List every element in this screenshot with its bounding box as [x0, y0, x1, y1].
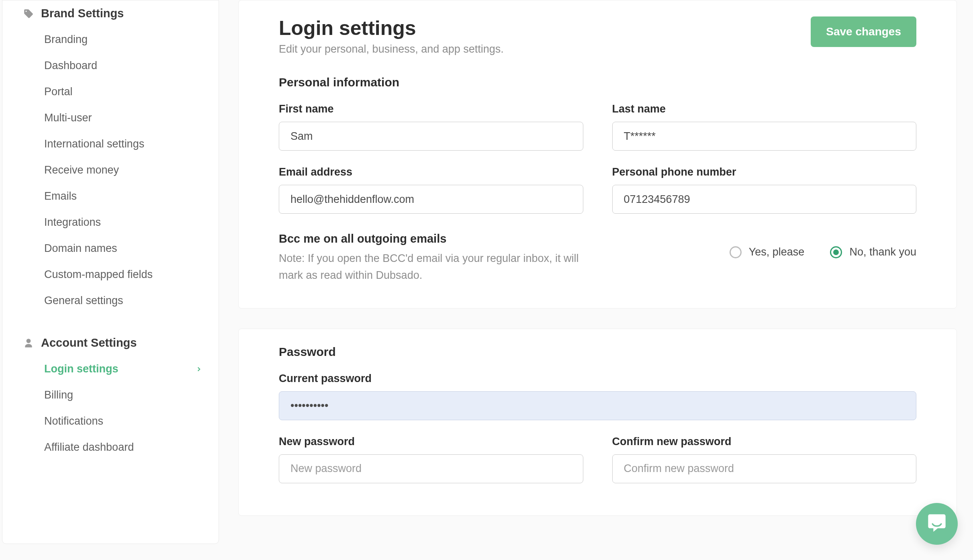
current-password-input[interactable] — [279, 391, 916, 420]
current-password-field: Current password — [279, 372, 916, 420]
bcc-note: Note: If you open the BCC'd email via yo… — [279, 250, 592, 284]
sidebar-header-brand-label: Brand Settings — [41, 7, 124, 20]
sidebar-item-receive-money[interactable]: Receive money — [2, 157, 219, 183]
sidebar-item-login-settings[interactable]: Login settings — [2, 356, 219, 382]
chat-icon — [926, 513, 947, 535]
sidebar-item-custom-fields[interactable]: Custom-mapped fields — [2, 262, 219, 288]
last-name-field: Last name — [612, 103, 917, 151]
sidebar-item-billing[interactable]: Billing — [2, 382, 219, 408]
sidebar-item-general[interactable]: General settings — [2, 288, 219, 314]
phone-label: Personal phone number — [612, 166, 917, 178]
save-button[interactable]: Save changes — [811, 16, 916, 47]
sidebar-item-branding[interactable]: Branding — [2, 27, 219, 53]
current-password-label: Current password — [279, 372, 916, 385]
new-password-label: New password — [279, 435, 583, 448]
email-field: Email address — [279, 166, 583, 214]
sidebar-item-portal[interactable]: Portal — [2, 79, 219, 105]
personal-info-card: Login settings Edit your personal, busin… — [238, 0, 957, 309]
radio-icon — [730, 246, 742, 258]
chat-widget-button[interactable] — [916, 503, 958, 545]
sidebar-header-account-label: Account Settings — [41, 336, 137, 349]
chevron-right-icon — [195, 366, 202, 373]
first-name-input[interactable] — [279, 122, 583, 151]
bcc-title: Bcc me on all outgoing emails — [279, 232, 592, 245]
phone-input[interactable] — [612, 185, 917, 214]
last-name-label: Last name — [612, 103, 917, 115]
bcc-radio-yes[interactable]: Yes, please — [730, 246, 805, 258]
confirm-password-label: Confirm new password — [612, 435, 917, 448]
sidebar-item-domain-names[interactable]: Domain names — [2, 235, 219, 262]
bcc-radio-no[interactable]: No, thank you — [830, 246, 916, 258]
main-content: Login settings Edit your personal, busin… — [219, 0, 973, 560]
sidebar-header-brand: Brand Settings — [2, 0, 219, 27]
sidebar-item-affiliate[interactable]: Affiliate dashboard — [2, 434, 219, 460]
settings-sidebar: Brand Settings Branding Dashboard Portal… — [2, 0, 219, 544]
first-name-field: First name — [279, 103, 583, 151]
confirm-password-input[interactable] — [612, 454, 917, 483]
page-subtitle: Edit your personal, business, and app se… — [279, 43, 504, 55]
password-card: Password Current password New password C… — [238, 329, 957, 516]
sidebar-item-multi-user[interactable]: Multi-user — [2, 105, 219, 131]
first-name-label: First name — [279, 103, 583, 115]
page-title: Login settings — [279, 16, 504, 40]
new-password-field: New password — [279, 435, 583, 483]
sidebar-item-notifications[interactable]: Notifications — [2, 408, 219, 434]
phone-field: Personal phone number — [612, 166, 917, 214]
sidebar-item-international[interactable]: International settings — [2, 131, 219, 157]
confirm-password-field: Confirm new password — [612, 435, 917, 483]
user-icon — [23, 338, 34, 348]
sidebar-item-dashboard[interactable]: Dashboard — [2, 53, 219, 79]
password-section-title: Password — [279, 345, 916, 359]
tag-icon — [23, 8, 34, 19]
personal-section-title: Personal information — [279, 76, 916, 89]
radio-icon — [830, 246, 842, 258]
bcc-radio-group: Yes, please No, thank you — [730, 246, 916, 258]
email-label: Email address — [279, 166, 583, 178]
email-input[interactable] — [279, 185, 583, 214]
last-name-input[interactable] — [612, 122, 917, 151]
new-password-input[interactable] — [279, 454, 583, 483]
sidebar-item-integrations[interactable]: Integrations — [2, 209, 219, 235]
bcc-row: Bcc me on all outgoing emails Note: If y… — [279, 232, 916, 284]
sidebar-item-emails[interactable]: Emails — [2, 183, 219, 209]
sidebar-header-account: Account Settings — [2, 330, 219, 356]
